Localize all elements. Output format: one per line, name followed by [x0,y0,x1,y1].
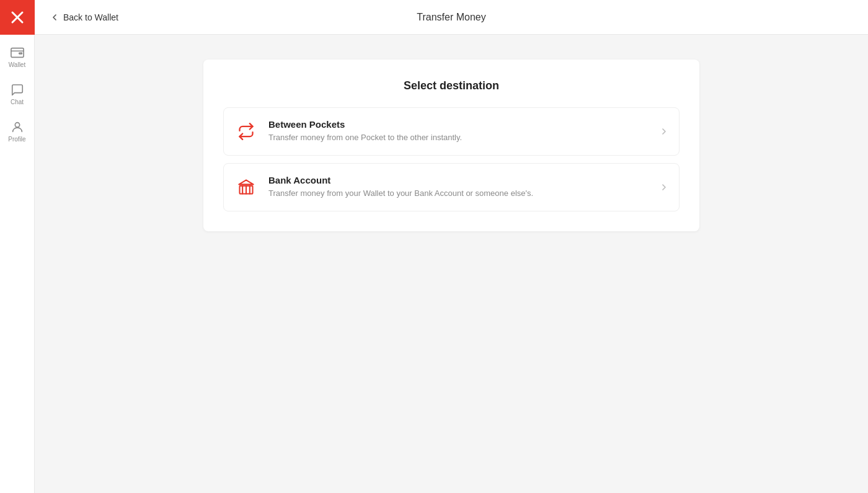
page-title: Transfer Money [417,12,485,23]
between-pockets-chevron [659,127,669,136]
sidebar-nav: Wallet Chat Profile [0,40,34,149]
sidebar-wallet-label: Wallet [9,61,25,68]
sidebar-item-chat[interactable]: Chat [0,77,34,112]
bank-account-text: Bank Account Transfer money from your Wa… [268,175,659,199]
sidebar-chat-label: Chat [11,99,24,105]
between-pockets-option[interactable]: Between Pockets Transfer money from one … [223,107,680,156]
chevron-left-icon [50,12,60,22]
chat-icon [11,83,24,97]
card-title: Select destination [223,79,680,92]
between-pockets-text: Between Pockets Transfer money from one … [268,119,659,143]
wallet-icon [11,46,24,60]
sidebar-item-profile[interactable]: Profile [0,114,34,149]
between-pockets-desc: Transfer money from one Pocket to the ot… [268,132,659,143]
svg-point-4 [15,123,19,127]
bank-account-title: Bank Account [268,175,659,185]
bank-account-option[interactable]: Bank Account Transfer money from your Wa… [223,163,680,211]
destination-card: Select destination Between Pockets Trans… [203,60,699,231]
between-pockets-title: Between Pockets [268,119,659,130]
bank-account-chevron [659,182,669,192]
sidebar: Wallet Chat Profile [0,0,35,493]
back-link[interactable]: Back to Wallet [50,12,118,22]
content-area: Select destination Between Pockets Trans… [35,35,868,493]
profile-icon [11,120,24,134]
main-area: Back to Wallet Transfer Money Select des… [35,0,868,493]
sidebar-profile-label: Profile [8,136,25,143]
sidebar-item-wallet[interactable]: Wallet [0,40,34,74]
between-pockets-icon [234,119,259,144]
bank-account-icon [234,175,259,200]
bank-account-desc: Transfer money from your Wallet to your … [268,188,659,199]
header: Back to Wallet Transfer Money [35,0,868,35]
back-link-text: Back to Wallet [63,12,118,22]
logo-button[interactable] [0,0,35,35]
